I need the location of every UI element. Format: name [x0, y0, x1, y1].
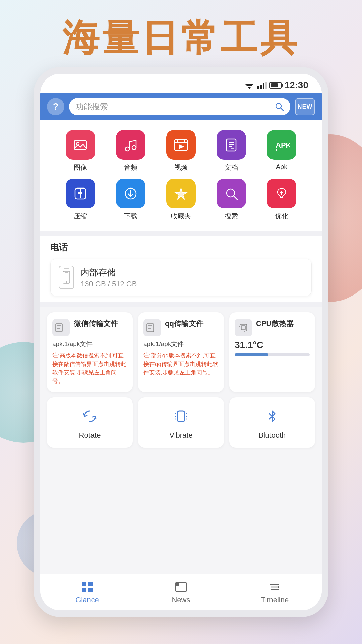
rotate-icon — [79, 406, 101, 427]
app-label-search: 搜索 — [225, 212, 238, 221]
svg-rect-7 — [265, 82, 267, 89]
quick-actions-row: Rotate Vibrate — [40, 397, 322, 453]
nav-glance[interactable]: Glance — [40, 574, 134, 610]
svg-marker-22 — [179, 144, 184, 149]
app-label-download: 下载 — [124, 212, 137, 221]
svg-rect-4 — [257, 86, 259, 89]
wechat-icon — [52, 319, 70, 336]
storage-info: 内部存储 130 GB / 512 GB — [81, 267, 137, 288]
app-icon-optimize — [267, 179, 296, 208]
cpu-bar — [235, 353, 310, 356]
phone-section-title: 电话 — [50, 241, 312, 253]
app-label-apk: Apk — [276, 163, 287, 171]
help-button[interactable]: ? — [47, 98, 64, 115]
svg-rect-23 — [227, 139, 236, 151]
app-grid: 图像 音频 — [50, 127, 312, 227]
app-item-doc[interactable]: 文档 — [208, 130, 255, 172]
phone-screen: 12:30 ? 功能搜索 NEW — [40, 74, 322, 610]
bluetooth-icon — [261, 406, 283, 427]
app-icon-video — [166, 130, 196, 160]
wifi-icon — [244, 82, 255, 89]
search-placeholder: 功能搜索 — [76, 101, 272, 112]
app-header: ? 功能搜索 NEW — [40, 93, 322, 120]
app-label-fav: 收藏夹 — [171, 212, 191, 221]
app-item-audio[interactable]: 音频 — [107, 130, 154, 172]
app-item-download[interactable]: 下载 — [107, 179, 154, 221]
qq-subtitle: apk.1/apk文件 — [143, 340, 219, 348]
wechat-subtitle: apk.1/apk文件 — [52, 340, 127, 348]
svg-rect-10 — [74, 140, 86, 150]
svg-point-3 — [249, 88, 250, 89]
vibrate-icon — [170, 406, 192, 427]
svg-line-39 — [234, 196, 237, 200]
status-icons: 12:30 — [244, 80, 308, 91]
app-label-doc: 文档 — [225, 163, 238, 172]
svg-line-9 — [281, 108, 283, 111]
app-label-compress: 压缩 — [74, 212, 87, 221]
qq-note: 注:部分qq版本搜索不到,可直接在qq传输界面点击跳转此软件安装,步骤见左上角问… — [143, 351, 219, 377]
nav-news[interactable]: News — [134, 574, 228, 610]
app-icon-search — [217, 179, 246, 208]
storage-size: 130 GB / 512 GB — [81, 280, 137, 288]
qq-icon — [143, 319, 161, 336]
app-item-video[interactable]: 视频 — [158, 130, 204, 172]
app-item-fav[interactable]: 收藏夹 — [158, 179, 204, 221]
svg-point-46 — [66, 281, 67, 283]
app-item-search[interactable]: 搜索 — [208, 179, 255, 221]
app-label-optimize: 优化 — [275, 212, 288, 221]
tool-card-wechat[interactable]: 微信传输文件 apk.1/apk文件 注:高版本微信搜索不到,可直接在微信传输界… — [47, 312, 133, 392]
nav-timeline[interactable]: Timeline — [228, 574, 322, 610]
storage-card[interactable]: 内部存储 130 GB / 512 GB — [50, 259, 312, 296]
svg-rect-47 — [56, 324, 62, 332]
battery-fill — [271, 83, 278, 87]
wechat-note: 注:高版本微信搜索不到,可直接在微信传输界面点击跳转此软件安装,步骤见左上角问号… — [52, 351, 127, 385]
cpu-title: CPU散热器 — [256, 319, 294, 329]
divider-2 — [40, 302, 322, 307]
app-item-optimize[interactable]: 优化 — [258, 179, 305, 221]
search-bar[interactable]: 功能搜索 — [69, 98, 290, 115]
tool-card-cpu[interactable]: CPU散热器 31.1°C — [229, 312, 315, 392]
app-label-audio: 音频 — [124, 163, 137, 172]
tool-card-qq-header: qq传输文件 — [143, 319, 219, 336]
timeline-icon — [268, 580, 282, 594]
rotate-label: Rotate — [79, 431, 101, 440]
svg-rect-85 — [278, 586, 279, 588]
app-item-apk[interactable]: APK Apk — [258, 130, 305, 172]
svg-rect-5 — [260, 85, 262, 89]
quick-action-vibrate[interactable]: Vibrate — [138, 397, 224, 448]
svg-point-12 — [125, 147, 129, 151]
nav-timeline-label: Timeline — [261, 596, 289, 604]
app-icon-apk: APK — [267, 130, 296, 160]
cpu-icon — [235, 319, 252, 336]
quick-action-rotate[interactable]: Rotate — [47, 397, 133, 448]
new-badge[interactable]: NEW — [295, 98, 315, 115]
svg-rect-56 — [241, 326, 245, 330]
divider-1 — [40, 231, 322, 236]
app-item-image[interactable]: 图像 — [57, 130, 104, 172]
glance-icon — [80, 580, 94, 594]
svg-rect-65 — [178, 411, 184, 422]
vibrate-label: Vibrate — [169, 431, 192, 440]
cpu-bar-fill — [235, 353, 268, 356]
nav-glance-label: Glance — [75, 596, 99, 604]
app-item-compress[interactable]: 压缩 — [57, 179, 104, 221]
app-icon-compress — [66, 179, 95, 208]
svg-rect-84 — [270, 584, 272, 585]
quick-action-bluetooth[interactable]: Blutooth — [229, 397, 315, 448]
svg-rect-72 — [82, 582, 86, 586]
svg-point-13 — [132, 146, 136, 150]
svg-marker-37 — [175, 188, 187, 199]
app-grid-section: 图像 音频 — [40, 120, 322, 231]
status-bar: 12:30 — [40, 74, 322, 93]
new-badge-text: NEW — [298, 103, 313, 110]
tool-cards-row: 微信传输文件 apk.1/apk文件 注:高版本微信搜索不到,可直接在微信传输界… — [40, 307, 322, 397]
phone-mockup: 12:30 ? 功能搜索 NEW — [34, 67, 328, 617]
app-icon-doc — [217, 130, 246, 160]
storage-name: 内部存储 — [81, 267, 137, 278]
search-icon — [275, 102, 284, 111]
qq-title: qq传输文件 — [165, 319, 203, 329]
tool-card-qq[interactable]: qq传输文件 apk.1/apk文件 注:部分qq版本搜索不到,可直接在qq传输… — [138, 312, 224, 392]
phone-section: 电话 内部存储 130 GB / 512 GB — [40, 236, 322, 302]
nav-news-label: News — [172, 596, 190, 604]
svg-rect-6 — [263, 83, 264, 89]
